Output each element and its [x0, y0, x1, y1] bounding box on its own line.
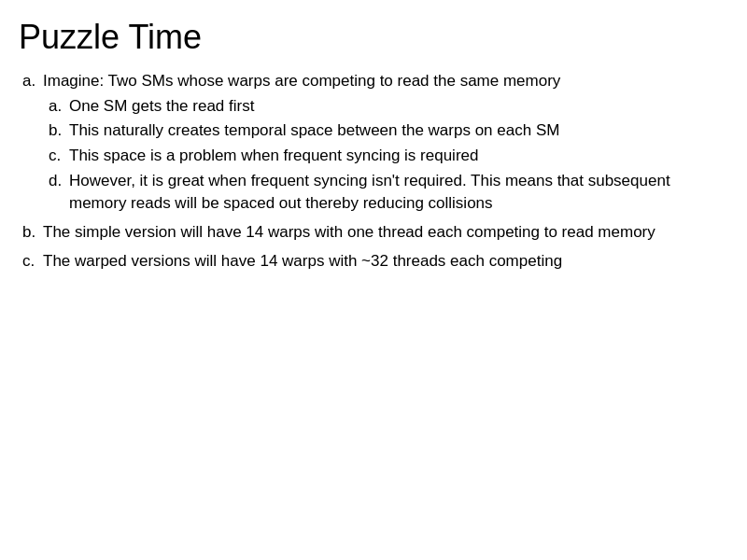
- nested-list-item: c.This space is a problem when frequent …: [49, 145, 728, 168]
- item-text: The warped versions will have 14 warps w…: [43, 250, 562, 273]
- item-label: b.: [22, 221, 43, 245]
- page-title: Puzzle Time: [19, 17, 728, 57]
- nested-item-text: This naturally creates temporal space be…: [69, 119, 559, 143]
- item-text: Imagine: Two SMs whose warps are competi…: [43, 70, 560, 93]
- nested-list-item: d.However, it is great when frequent syn…: [49, 170, 728, 216]
- list-item: c.The warped versions will have 14 warps…: [22, 250, 728, 273]
- nested-list: a.One SM gets the read firstb.This natur…: [22, 95, 728, 216]
- nested-item-label: b.: [49, 119, 69, 143]
- content-area: a.Imagine: Two SMs whose warps are compe…: [19, 70, 728, 273]
- item-label: a.: [22, 70, 43, 93]
- nested-list-item: a.One SM gets the read first: [49, 95, 728, 119]
- nested-list-item: b.This naturally creates temporal space …: [49, 119, 728, 143]
- nested-item-text: However, it is great when frequent synci…: [69, 170, 728, 216]
- page: Puzzle Time a.Imagine: Two SMs whose war…: [0, 0, 747, 560]
- item-text: The simple version will have 14 warps wi…: [43, 221, 655, 245]
- list-item: a.Imagine: Two SMs whose warps are compe…: [22, 70, 728, 216]
- nested-item-text: One SM gets the read first: [69, 95, 254, 119]
- item-label: c.: [22, 250, 43, 273]
- nested-item-text: This space is a problem when frequent sy…: [69, 145, 478, 168]
- list-item: b.The simple version will have 14 warps …: [22, 221, 728, 245]
- nested-item-label: a.: [49, 95, 69, 119]
- nested-item-label: c.: [49, 145, 69, 168]
- nested-item-label: d.: [49, 170, 69, 193]
